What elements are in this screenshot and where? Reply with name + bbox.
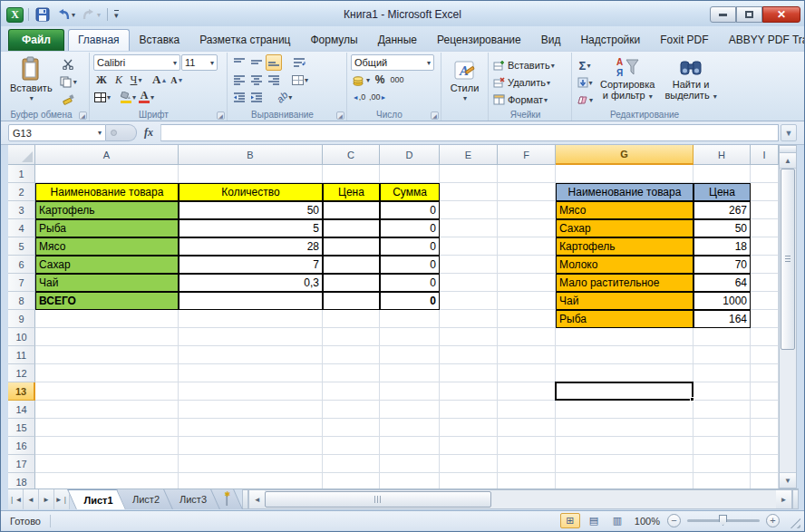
cell-B1[interactable] bbox=[179, 165, 323, 183]
row-header-16[interactable]: 16 bbox=[8, 437, 35, 455]
decrease-indent-button[interactable] bbox=[231, 89, 247, 105]
cell-E8[interactable] bbox=[440, 292, 498, 310]
cell-B8[interactable] bbox=[179, 292, 323, 310]
cell-H2[interactable]: Цена bbox=[693, 183, 751, 201]
alignment-dialog-launcher[interactable]: ◢ bbox=[336, 111, 344, 120]
page-break-view-button[interactable]: ▥ bbox=[607, 513, 627, 528]
cell-B18[interactable] bbox=[179, 473, 323, 488]
clear-button[interactable]: ▾ bbox=[576, 92, 594, 108]
ribbon-tab-Формулы[interactable]: Формулы bbox=[300, 29, 367, 51]
font-dialog-launcher[interactable]: ◢ bbox=[217, 111, 225, 120]
cell-C16[interactable] bbox=[323, 437, 380, 455]
increase-indent-button[interactable] bbox=[248, 89, 265, 105]
number-dialog-launcher[interactable]: ◢ bbox=[431, 111, 439, 120]
column-header-F[interactable]: F bbox=[498, 145, 556, 165]
cell-A1[interactable] bbox=[35, 165, 179, 183]
cell-D9[interactable] bbox=[380, 310, 440, 328]
cell-C4[interactable] bbox=[323, 219, 380, 237]
ribbon-tab-Вид[interactable]: Вид bbox=[531, 29, 571, 51]
cell-F16[interactable] bbox=[498, 437, 556, 455]
cell-D8[interactable]: 0 bbox=[380, 292, 440, 310]
cell-D4[interactable]: 0 bbox=[380, 219, 440, 237]
cell-C11[interactable] bbox=[323, 346, 380, 364]
cell-D17[interactable] bbox=[380, 455, 440, 473]
cell-D18[interactable] bbox=[380, 473, 440, 488]
cell-H5[interactable]: 18 bbox=[693, 237, 751, 256]
cell-E12[interactable] bbox=[440, 364, 498, 382]
name-box-dropdown-icon[interactable]: ▾ bbox=[98, 129, 102, 137]
vertical-split-handle[interactable] bbox=[780, 146, 796, 153]
ribbon-tab-Рецензирование[interactable]: Рецензирование bbox=[427, 29, 531, 51]
format-painter-button[interactable] bbox=[59, 91, 78, 107]
cell-H16[interactable] bbox=[693, 437, 751, 455]
cell-D14[interactable] bbox=[380, 401, 440, 419]
column-header-H[interactable]: H bbox=[693, 145, 751, 165]
cell-A4[interactable]: Рыба bbox=[35, 219, 179, 237]
cell-E1[interactable] bbox=[440, 165, 498, 183]
cell-G5[interactable]: Картофель bbox=[556, 237, 693, 256]
row-header-9[interactable]: 9 bbox=[8, 310, 35, 328]
cell-I9[interactable] bbox=[751, 310, 779, 328]
cell-I12[interactable] bbox=[751, 364, 779, 382]
delete-cells-button[interactable]: Удалить▾ bbox=[492, 74, 567, 91]
cell-B14[interactable] bbox=[179, 401, 323, 419]
cell-I16[interactable] bbox=[751, 437, 779, 455]
resize-grip[interactable] bbox=[789, 517, 800, 528]
cell-G15[interactable] bbox=[556, 419, 693, 437]
cell-F15[interactable] bbox=[498, 419, 556, 437]
row-header-12[interactable]: 12 bbox=[8, 364, 35, 382]
cell-B9[interactable] bbox=[179, 310, 323, 328]
ribbon-tab-Данные[interactable]: Данные bbox=[368, 29, 427, 51]
cell-B15[interactable] bbox=[179, 419, 323, 437]
cell-B12[interactable] bbox=[179, 364, 323, 382]
cell-A18[interactable] bbox=[35, 473, 179, 488]
cell-F11[interactable] bbox=[498, 346, 556, 364]
cell-D15[interactable] bbox=[380, 419, 440, 437]
align-bottom-button[interactable] bbox=[266, 54, 282, 71]
cell-E16[interactable] bbox=[440, 437, 498, 455]
cell-B2[interactable]: Количество bbox=[179, 183, 323, 201]
font-family-combo[interactable]: Calibri▾ bbox=[93, 54, 180, 71]
cut-button[interactable] bbox=[59, 56, 78, 73]
row-header-8[interactable]: 8 bbox=[8, 292, 35, 310]
next-sheet-button[interactable]: ► bbox=[39, 489, 54, 509]
cell-G12[interactable] bbox=[556, 364, 693, 382]
decrease-decimal-button[interactable]: ,00► bbox=[368, 89, 387, 105]
zoom-slider-thumb[interactable] bbox=[719, 515, 727, 526]
select-all-corner[interactable] bbox=[8, 145, 35, 165]
horizontal-scroll-track[interactable] bbox=[491, 490, 776, 508]
cell-H1[interactable] bbox=[693, 165, 751, 183]
scroll-left-button[interactable]: ◄ bbox=[249, 490, 265, 508]
cell-E13[interactable] bbox=[440, 382, 498, 401]
cell-B3[interactable]: 50 bbox=[179, 201, 323, 219]
cell-G1[interactable] bbox=[556, 165, 693, 183]
cell-D5[interactable]: 0 bbox=[380, 237, 440, 256]
cell-E18[interactable] bbox=[440, 473, 498, 488]
redo-button[interactable]: ▾ bbox=[80, 6, 102, 23]
cell-H13[interactable] bbox=[693, 382, 751, 401]
autosum-button[interactable]: Σ▾ bbox=[576, 57, 594, 73]
cell-H9[interactable]: 164 bbox=[693, 310, 751, 328]
wrap-text-button[interactable] bbox=[291, 54, 307, 71]
merge-center-button[interactable]: ▾ bbox=[291, 72, 309, 88]
tab-split-handle-right[interactable] bbox=[792, 489, 799, 509]
undo-dropdown-icon[interactable]: ▾ bbox=[72, 11, 75, 19]
cell-F13[interactable] bbox=[498, 382, 556, 401]
row-header-15[interactable]: 15 bbox=[8, 419, 35, 437]
cell-I14[interactable] bbox=[751, 401, 779, 419]
number-format-combo[interactable]: Общий▾ bbox=[351, 54, 434, 71]
font-size-combo[interactable]: 11▾ bbox=[181, 54, 218, 71]
ribbon-tab-ABBYY PDF Transfo[interactable]: ABBYY PDF Transfo bbox=[719, 29, 805, 51]
vertical-scroll-track[interactable] bbox=[780, 350, 796, 472]
clipboard-dialog-launcher[interactable]: ◢ bbox=[79, 111, 87, 120]
cell-G3[interactable]: Мясо bbox=[556, 201, 693, 219]
cell-D13[interactable] bbox=[380, 382, 440, 401]
cell-F6[interactable] bbox=[498, 256, 556, 274]
paste-button[interactable]: Вставить ▾ bbox=[6, 54, 56, 108]
sort-filter-button[interactable]: А Я Сортировкаи фильтр ▾ bbox=[596, 54, 658, 108]
horizontal-scroll-thumb[interactable] bbox=[265, 491, 491, 508]
cell-C10[interactable] bbox=[323, 328, 380, 346]
cell-E10[interactable] bbox=[440, 328, 498, 346]
align-center-button[interactable] bbox=[248, 72, 265, 88]
column-header-I[interactable]: I bbox=[751, 145, 779, 165]
